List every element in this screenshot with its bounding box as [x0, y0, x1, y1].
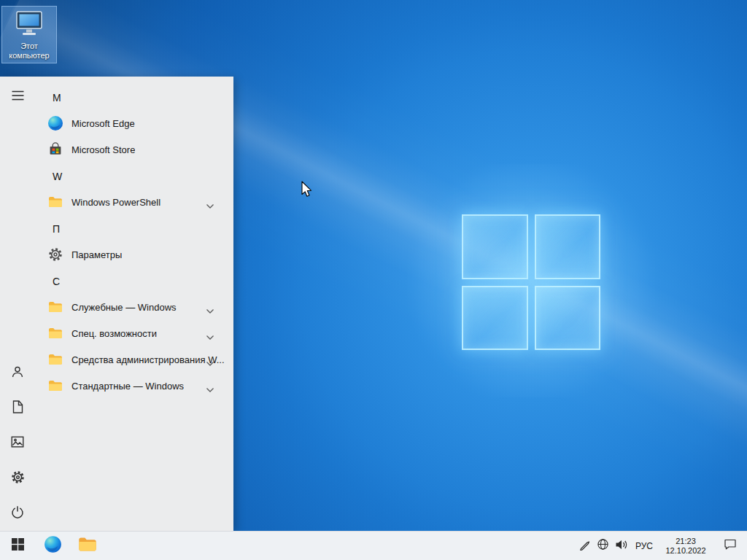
document-icon	[12, 400, 23, 416]
start-menu-rail	[0, 77, 35, 531]
section-letter: W	[53, 171, 62, 182]
windows-logo-pane	[462, 214, 528, 279]
start-app-list: M Microsoft Edge	[35, 84, 226, 399]
app-label: Microsoft Edge	[71, 118, 135, 129]
notification-bubble-icon	[724, 538, 737, 553]
start-folder-windows-powershell[interactable]: Windows PowerShell	[35, 189, 226, 215]
action-center-button[interactable]	[713, 532, 747, 560]
chevron-down-icon[interactable]	[206, 383, 214, 396]
start-app-microsoft-edge[interactable]: Microsoft Edge	[35, 110, 226, 136]
documents-button[interactable]	[0, 391, 35, 426]
section-letter: M	[53, 92, 61, 104]
pictures-button[interactable]	[0, 426, 35, 461]
app-label: Windows PowerShell	[71, 197, 160, 208]
folder-icon	[47, 327, 64, 339]
volume-button[interactable]	[612, 532, 630, 560]
start-section-header-w[interactable]: W	[35, 164, 226, 189]
edge-icon	[44, 535, 62, 556]
gear-icon	[47, 247, 64, 262]
power-icon	[11, 505, 24, 521]
language-indicator[interactable]: РУС	[630, 532, 658, 560]
windows-logo-pane	[462, 286, 528, 351]
chevron-down-icon[interactable]	[206, 304, 214, 317]
taskbar-clock[interactable]: 21:23 12.10.2022	[658, 532, 713, 560]
start-menu: M Microsoft Edge	[0, 77, 233, 531]
screen: Этот компьютер	[0, 0, 747, 560]
taskbar-edge-button[interactable]	[35, 532, 70, 560]
start-folder-admin-tools[interactable]: Средства администрирования W...	[35, 346, 226, 373]
app-label: Служебные — Windows	[71, 302, 177, 313]
taskbar-file-explorer-button[interactable]	[70, 532, 105, 560]
windows-logo-pane	[535, 214, 601, 279]
system-tray: РУС 21:23 12.10.2022	[576, 532, 747, 560]
power-button[interactable]	[0, 496, 35, 531]
start-folder-accessories[interactable]: Стандартные — Windows	[35, 373, 226, 399]
clock-time: 21:23	[676, 537, 696, 546]
start-app-settings[interactable]: Параметры	[35, 241, 226, 268]
chevron-down-icon[interactable]	[206, 330, 214, 343]
this-pc-icon	[15, 10, 44, 39]
start-button[interactable]	[0, 532, 35, 560]
pen-icon	[579, 539, 591, 553]
start-section-header-s[interactable]: С	[35, 269, 226, 294]
desktop-icon-label: Этот компьютер	[4, 42, 55, 61]
folder-icon	[47, 380, 64, 392]
app-label: Стандартные — Windows	[71, 381, 184, 392]
store-icon	[47, 142, 64, 157]
desktop-icon-this-pc[interactable]: Этот компьютер	[1, 6, 57, 63]
section-letter: П	[53, 223, 60, 235]
hamburger-icon	[12, 90, 24, 104]
edge-icon	[47, 115, 64, 131]
start-app-microsoft-store[interactable]: Microsoft Store	[35, 136, 226, 163]
chevron-down-icon[interactable]	[206, 199, 214, 212]
folder-icon	[47, 354, 64, 365]
chevron-down-icon[interactable]	[206, 357, 214, 370]
windows-logo-wallpaper	[462, 214, 600, 350]
windows-logo-pane	[535, 286, 601, 351]
file-explorer-icon	[78, 537, 97, 555]
user-icon	[11, 365, 24, 381]
taskbar: РУС 21:23 12.10.2022	[0, 531, 747, 560]
settings-button[interactable]	[0, 461, 35, 496]
start-section-header-m[interactable]: M	[35, 85, 226, 110]
app-label: Параметры	[71, 249, 122, 260]
clock-date: 12.10.2022	[665, 546, 705, 556]
gear-icon	[11, 470, 25, 487]
start-folder-accessibility[interactable]: Спец. возможности	[35, 320, 226, 346]
start-section-header-p[interactable]: П	[35, 217, 226, 241]
app-label: Средства администрирования W...	[71, 354, 225, 365]
network-button[interactable]	[594, 532, 612, 560]
globe-icon	[597, 538, 609, 553]
speaker-icon	[615, 539, 628, 553]
start-folder-windows-system[interactable]: Служебные — Windows	[35, 294, 226, 320]
section-letter: С	[53, 276, 60, 287]
user-button[interactable]	[0, 356, 35, 391]
folder-icon	[47, 301, 64, 313]
pictures-icon	[11, 436, 24, 451]
folder-icon	[47, 196, 64, 208]
app-label: Спец. возможности	[71, 328, 157, 339]
expand-menu-button[interactable]	[0, 79, 35, 114]
app-label: Microsoft Store	[71, 144, 135, 155]
windows-logo-icon	[12, 538, 24, 553]
pen-workspace-button[interactable]	[576, 532, 594, 560]
